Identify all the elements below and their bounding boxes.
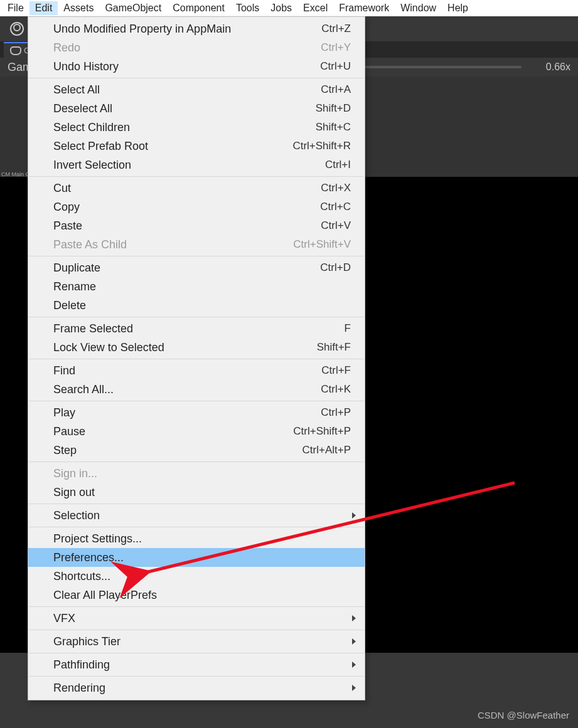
menuitem-shortcut: Ctrl+V [321,218,351,233]
menu-component[interactable]: Component [167,1,230,15]
menuitem-label: Selection [53,508,100,523]
menu-separator [29,359,364,359]
menu-separator [29,256,364,256]
menuitem-label: Search All... [53,382,114,397]
menuitem-label: Rendering [53,680,105,695]
menu-jobs[interactable]: Jobs [265,1,297,15]
menuitem-pause[interactable]: PauseCtrl+Shift+P [28,422,365,441]
chevron-right-icon [352,638,356,645]
menuitem-search-all[interactable]: Search All...Ctrl+K [28,380,365,399]
menu-assets[interactable]: Assets [58,1,99,15]
menuitem-clear-all-playerprefs[interactable]: Clear All PlayerPrefs [28,586,365,604]
menuitem-label: Deselect All [53,101,112,116]
menuitem-select-prefab-root[interactable]: Select Prefab RootCtrl+Shift+R [28,137,365,156]
menu-separator [29,78,364,78]
menuitem-label: Sign out [53,485,95,500]
menuitem-select-all[interactable]: Select AllCtrl+A [28,80,365,99]
menuitem-label: Invert Selection [53,157,131,172]
zoom-value: 0.66x [533,61,570,73]
menuitem-shortcut: Ctrl+Shift+V [293,237,351,252]
menuitem-shortcut: Ctrl+X [321,181,351,196]
menuitem-sign-in: Sign in... [28,464,365,483]
menuitem-find[interactable]: FindCtrl+F [28,361,365,380]
menuitem-label: Copy [53,199,80,214]
menuitem-label: Paste [53,218,82,233]
menuitem-shortcut: Ctrl+C [320,199,351,214]
menu-separator [29,401,364,401]
menuitem-rename[interactable]: Rename [28,277,365,296]
menuitem-pathfinding[interactable]: Pathfinding [28,655,365,674]
menu-separator [29,176,364,177]
menuitem-rendering[interactable]: Rendering [28,678,365,697]
menu-tools[interactable]: Tools [230,1,265,15]
chevron-right-icon [352,685,356,691]
chevron-right-icon [352,512,356,519]
menuitem-deselect-all[interactable]: Deselect AllShift+D [28,99,365,118]
menuitem-label: Paste As Child [53,237,127,252]
menuitem-label: Rename [53,279,96,294]
menuitem-shortcut: Ctrl+I [325,157,351,172]
menuitem-vfx[interactable]: VFX [28,609,365,628]
menuitem-label: Pause [53,424,85,439]
menuitem-shortcut: Ctrl+Alt+P [302,443,351,458]
watermark: CSDN @SlowFeather [478,710,569,720]
menu-excel[interactable]: Excel [297,1,333,15]
menuitem-shortcut: Shift+F [317,340,351,355]
menuitem-play[interactable]: PlayCtrl+P [28,403,365,422]
menuitem-shortcut: Shift+D [316,101,351,116]
menu-separator [29,317,364,317]
menuitem-label: Play [53,405,75,420]
menuitem-paste-as-child: Paste As ChildCtrl+Shift+V [28,235,365,254]
menuitem-copy[interactable]: CopyCtrl+C [28,198,365,216]
menuitem-undo-history[interactable]: Undo HistoryCtrl+U [28,57,365,76]
menu-framework[interactable]: Framework [333,1,395,15]
menu-file[interactable]: File [2,1,29,15]
menuitem-label: Undo History [53,59,119,74]
menuitem-label: VFX [53,611,75,626]
menu-separator [29,504,364,504]
menu-window[interactable]: Window [395,1,442,15]
account-icon[interactable] [10,22,24,36]
menuitem-label: Delete [53,298,86,313]
menuitem-label: Frame Selected [53,321,133,336]
menuitem-undo-modified-property-in-appmain[interactable]: Undo Modified Property in AppMainCtrl+Z [28,19,365,38]
menu-separator [29,676,364,677]
menuitem-select-children[interactable]: Select ChildrenShift+C [28,118,365,137]
menuitem-shortcut: Ctrl+F [321,363,351,378]
menuitem-invert-selection[interactable]: Invert SelectionCtrl+I [28,156,365,174]
menuitem-frame-selected[interactable]: Frame SelectedF [28,319,365,338]
menuitem-redo: RedoCtrl+Y [28,38,365,57]
menu-separator [29,653,364,653]
menuitem-shortcuts[interactable]: Shortcuts... [28,567,365,586]
menuitem-cut[interactable]: CutCtrl+X [28,179,365,198]
menu-gameobject[interactable]: GameObject [99,1,167,15]
menu-edit[interactable]: Edit [29,1,58,15]
menuitem-preferences[interactable]: Preferences... [28,548,365,567]
menuitem-shortcut: Ctrl+A [321,82,351,97]
menuitem-label: Graphics Tier [53,634,120,649]
menuitem-delete[interactable]: Delete [28,296,365,315]
menuitem-selection[interactable]: Selection [28,506,365,525]
menuitem-label: Project Settings... [53,531,142,546]
menuitem-shortcut: Ctrl+Z [321,21,351,36]
menuitem-label: Lock View to Selected [53,340,164,355]
menuitem-shortcut: Ctrl+K [321,382,351,397]
menuitem-label: Select Children [53,120,130,135]
menuitem-label: Sign in... [53,466,97,481]
gamepad-icon [10,46,21,55]
menuitem-project-settings[interactable]: Project Settings... [28,529,365,548]
menu-help[interactable]: Help [442,1,474,15]
menuitem-label: Pathfinding [53,657,110,672]
menuitem-graphics-tier[interactable]: Graphics Tier [28,632,365,651]
menuitem-sign-out[interactable]: Sign out [28,483,365,502]
menuitem-lock-view-to-selected[interactable]: Lock View to SelectedShift+F [28,338,365,357]
menuitem-shortcut: Ctrl+Shift+P [293,424,351,439]
menuitem-label: Undo Modified Property in AppMain [53,21,231,36]
menuitem-step[interactable]: StepCtrl+Alt+P [28,441,365,460]
menuitem-duplicate[interactable]: DuplicateCtrl+D [28,258,365,277]
menuitem-label: Step [53,443,77,458]
menuitem-shortcut: Shift+C [316,120,351,135]
menuitem-paste[interactable]: PasteCtrl+V [28,216,365,235]
menuitem-label: Find [53,363,75,378]
menuitem-label: Cut [53,181,71,196]
